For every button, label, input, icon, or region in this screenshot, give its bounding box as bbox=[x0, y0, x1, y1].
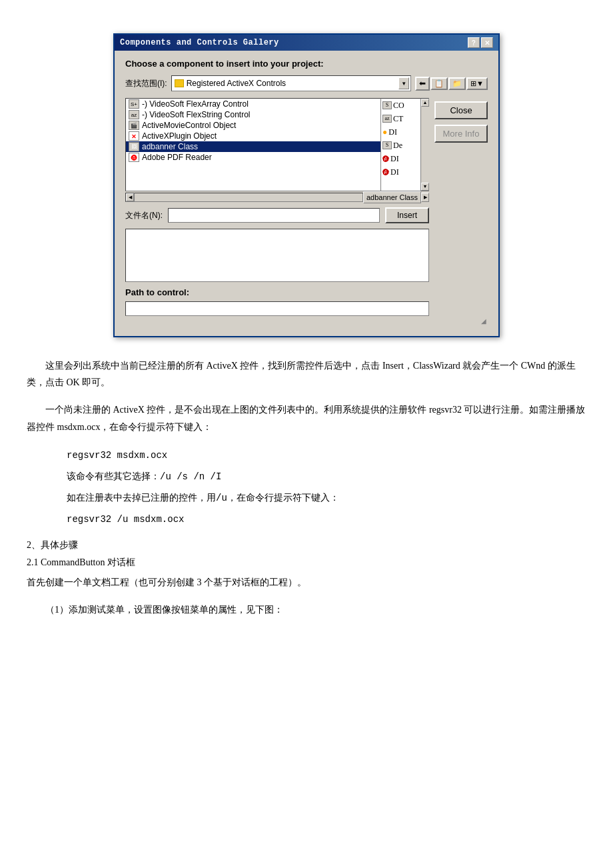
view-icon[interactable]: ⊞▼ bbox=[466, 77, 488, 90]
copy-icon[interactable]: 📋 bbox=[430, 77, 448, 90]
dialog-title: Components and Controls Gallery bbox=[120, 38, 279, 47]
scroll-track bbox=[421, 107, 429, 183]
dropdown-value: Registered ActiveX Controls bbox=[187, 79, 397, 88]
body-paragraph-4: （1）添加测试菜单，设置图像按钮菜单的属性，见下图： bbox=[27, 601, 586, 618]
list-item[interactable]: 🖼 adbanner Class bbox=[126, 141, 380, 152]
filename-label: 文件名(N): bbox=[125, 210, 163, 221]
code-line-2: 该命令有些其它选择：/u /s /n /I bbox=[67, 467, 586, 486]
right-item: azCT bbox=[381, 112, 420, 125]
filename-row: 文件名(N): Insert bbox=[125, 207, 429, 223]
right-item: SDe bbox=[381, 139, 420, 152]
code-line-1: regsvr32 msdxm.ocx bbox=[67, 446, 586, 465]
file-list-right: SCO azCT ●DI SDe 🅐DI 🅐DI bbox=[381, 98, 421, 191]
hscroll-left[interactable]: ◀ bbox=[125, 193, 135, 202]
filename-input[interactable] bbox=[168, 208, 380, 223]
insert-button[interactable]: Insert bbox=[385, 207, 429, 223]
file-icon: 🎬 bbox=[129, 121, 139, 130]
list-item[interactable]: ✕ ActiveXPlugin Object bbox=[126, 131, 380, 141]
dialog-instruction: Choose a component to insert into your p… bbox=[125, 59, 488, 69]
list-item[interactable]: S+ -) VideoSoft FlexArray Control bbox=[126, 99, 380, 109]
main-content-area: S+ -) VideoSoft FlexArray Control az -) … bbox=[125, 98, 429, 316]
dropdown-arrow[interactable]: ▼ bbox=[398, 77, 409, 89]
code-line-3: 如在注册表中去掉已注册的控件，用/u，在命令行提示符下键入： bbox=[67, 489, 586, 507]
file-name: -) VideoSoft FlexString Control bbox=[142, 110, 251, 119]
close-button[interactable]: ✕ bbox=[481, 37, 493, 48]
toolbar-label: 查找范围(I): bbox=[125, 78, 167, 89]
right-item: ●DI bbox=[381, 125, 420, 139]
dialog-titlebar: Components and Controls Gallery ? ✕ bbox=[115, 35, 498, 51]
code-line-4: regsvr32 /u msdxm.ocx bbox=[67, 510, 586, 529]
titlebar-buttons: ? ✕ bbox=[468, 37, 493, 48]
file-name: Adobe PDF Reader bbox=[142, 153, 212, 162]
hscroll-row: ◀ adbanner Class ▶ bbox=[125, 191, 429, 203]
file-list[interactable]: S+ -) VideoSoft FlexArray Control az -) … bbox=[125, 98, 381, 191]
list-item[interactable]: 🅐 Adobe PDF Reader bbox=[126, 152, 380, 163]
right-item: 🅐DI bbox=[381, 165, 420, 179]
toolbar-row: 查找范围(I): Registered ActiveX Controls ▼ ⬅… bbox=[125, 75, 488, 91]
right-item: 🅐DI bbox=[381, 152, 420, 165]
scroll-right-button[interactable]: ▶ bbox=[421, 193, 429, 202]
dialog-right-section: S+ -) VideoSoft FlexArray Control az -) … bbox=[125, 98, 488, 316]
more-info-button[interactable]: More Info bbox=[434, 125, 488, 143]
path-label: Path to control: bbox=[125, 287, 429, 297]
hscroll-track bbox=[135, 193, 363, 202]
file-icon: ✕ bbox=[129, 131, 139, 141]
file-icon: 🅐 bbox=[129, 153, 139, 162]
back-arrow-icon[interactable]: ⬅ bbox=[415, 77, 430, 91]
file-icon: 🖼 bbox=[129, 142, 139, 151]
vertical-scrollbar[interactable]: ▲ ▼ bbox=[421, 98, 429, 191]
close-button[interactable]: Close bbox=[434, 101, 488, 119]
path-section: Path to control: bbox=[125, 287, 429, 316]
file-icon: S+ bbox=[129, 99, 139, 109]
hscroll-label: adbanner Class bbox=[363, 191, 421, 203]
file-icon: az bbox=[129, 110, 139, 119]
scroll-down-button[interactable]: ▼ bbox=[421, 183, 429, 191]
help-button[interactable]: ? bbox=[468, 37, 480, 48]
section-2-heading: 2、具体步骤 bbox=[27, 539, 586, 551]
body-paragraph-1: 这里会列出系统中当前已经注册的所有 ActiveX 控件，找到所需控件后选中，点… bbox=[27, 357, 586, 391]
body-paragraph-3: 首先创建一个单文档工程（也可分别创建 3 个基于对话框的工程）。 bbox=[27, 574, 586, 591]
file-list-wrapper: S+ -) VideoSoft FlexArray Control az -) … bbox=[125, 98, 429, 191]
preview-area bbox=[125, 229, 429, 282]
toolbar-icon-group: ⬅ 📋 📁 ⊞▼ bbox=[415, 77, 488, 91]
path-input[interactable] bbox=[125, 301, 429, 316]
dialog-body: Choose a component to insert into your p… bbox=[115, 51, 498, 336]
path-dropdown[interactable]: Registered ActiveX Controls ▼ bbox=[171, 75, 411, 91]
list-item[interactable]: az -) VideoSoft FlexString Control bbox=[126, 109, 380, 120]
folder-icon bbox=[175, 79, 184, 87]
file-name: adbanner Class bbox=[142, 142, 198, 151]
list-item[interactable]: 🎬 ActiveMovieControl Object bbox=[126, 120, 380, 131]
resize-icon: ◢ bbox=[478, 317, 486, 325]
dialog-window: Components and Controls Gallery ? ✕ Choo… bbox=[113, 33, 500, 337]
right-buttons: Close More Info bbox=[434, 98, 488, 316]
new-folder-icon[interactable]: 📁 bbox=[448, 77, 466, 90]
scroll-up-button[interactable]: ▲ bbox=[421, 99, 429, 107]
scroll-left-button[interactable]: ◀ bbox=[126, 193, 134, 201]
file-name: ActiveXPlugin Object bbox=[142, 131, 217, 141]
resize-handle[interactable]: ◢ bbox=[125, 316, 488, 325]
file-name: -) VideoSoft FlexArray Control bbox=[142, 99, 249, 109]
right-item: SCO bbox=[381, 99, 420, 112]
section-21-heading: 2.1 CommandButton 对话框 bbox=[27, 557, 586, 569]
body-paragraph-2: 一个尚未注册的 ActiveX 控件，是不会出现在上图的文件列表中的。利用系统提… bbox=[27, 401, 586, 435]
file-name: ActiveMovieControl Object bbox=[142, 121, 236, 130]
